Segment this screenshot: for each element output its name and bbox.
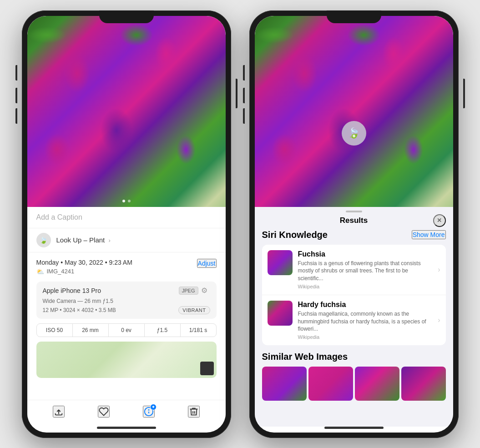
fuchsia-name: Fuchsia — [298, 250, 433, 258]
similar-title: Similar Web Images — [262, 352, 446, 362]
exif-iso: ISO 50 — [37, 324, 73, 337]
right-phone: 🍃 Results ✕ Siri Knowledge Show More — [249, 10, 459, 438]
lens-detail: Wide Camera — 26 mm ƒ1.5 — [43, 298, 210, 304]
hardy-text: Hardy fuchsia Fuchsia magellanica, commo… — [298, 301, 433, 340]
date-text: Monday • May 30, 2022 • 9:23 AM — [36, 259, 132, 266]
right-home-indicator — [324, 427, 384, 429]
results-handle — [255, 207, 453, 214]
fuchsia-source: Wikipedia — [298, 284, 433, 289]
show-more-button[interactable]: Show More — [412, 230, 446, 239]
close-button[interactable]: ✕ — [433, 214, 446, 227]
similar-grid — [262, 367, 446, 401]
map-thumbnail — [200, 362, 214, 375]
resolution-text: 12 MP • 3024 × 4032 • 3.5 MB — [43, 307, 116, 313]
siri-knowledge-header: Siri Knowledge Show More — [262, 230, 446, 240]
caption-placeholder[interactable]: Add a Caption — [36, 213, 82, 221]
exif-shutter: 1/181 s — [181, 324, 216, 337]
exif-focal: 26 mm — [73, 324, 109, 337]
results-content: Siri Knowledge Show More Fuchsia Fuchsia… — [255, 230, 453, 427]
home-indicator — [97, 427, 156, 429]
adjust-button[interactable]: Adjust — [197, 259, 217, 268]
photo-area[interactable] — [27, 16, 226, 207]
camera-name: Apple iPhone 13 Pro — [43, 287, 101, 294]
hardy-chevron: › — [438, 316, 440, 324]
map-area[interactable] — [36, 342, 217, 378]
right-photo-area[interactable]: 🍃 — [255, 16, 453, 207]
heart-button[interactable] — [98, 406, 110, 418]
gear-icon[interactable]: ⚙ — [201, 286, 210, 295]
cloud-icon: ⛅ — [36, 268, 44, 275]
handle-bar — [346, 211, 362, 212]
similar-image-4[interactable] — [401, 367, 446, 401]
visual-lookup-button[interactable]: 🍃 — [342, 121, 366, 146]
caption-area[interactable]: Add a Caption — [27, 207, 226, 228]
right-flower-photo — [255, 16, 453, 207]
info-badge: ✦ — [150, 404, 157, 410]
camera-info: Apple iPhone 13 Pro JPEG ⚙ Wide Camera —… — [36, 282, 217, 319]
right-notch — [327, 10, 381, 23]
results-header: Results ✕ — [255, 214, 453, 230]
resolution-row: 12 MP • 3024 × 4032 • 3.5 MB VIBRANT — [43, 306, 210, 314]
date-info: Monday • May 30, 2022 • 9:23 AM ⛅ IMG_42… — [36, 259, 132, 275]
trash-button[interactable] — [188, 406, 200, 418]
fuchsia-desc: Fuchsia is a genus of flowering plants t… — [298, 260, 433, 282]
format-badge: JPEG — [179, 287, 198, 295]
knowledge-item-hardy[interactable]: Hardy fuchsia Fuchsia magellanica, commo… — [262, 295, 446, 345]
info-btn-wrapper: ✦ — [143, 406, 155, 418]
share-button[interactable] — [53, 406, 65, 418]
fuchsia-thumbnail — [268, 250, 293, 275]
knowledge-card: Fuchsia Fuchsia is a genus of flowering … — [262, 245, 446, 346]
lookup-icon: 🍃 — [36, 233, 51, 247]
lookup-row[interactable]: 🍃 Look Up – Plant › — [27, 228, 226, 252]
photo-dot-indicator — [122, 200, 131, 202]
date-row: Monday • May 30, 2022 • 9:23 AM ⛅ IMG_42… — [27, 252, 226, 277]
camera-badges: JPEG ⚙ — [179, 286, 210, 295]
left-phone: Add a Caption 🍃 Look Up – Plant › Monday… — [22, 10, 231, 438]
similar-section: Similar Web Images — [262, 352, 446, 401]
left-phone-screen: Add a Caption 🍃 Look Up – Plant › Monday… — [27, 16, 226, 433]
bottom-toolbar: ✦ — [27, 400, 226, 427]
fuchsia-chevron: › — [438, 266, 440, 274]
info-section: Add a Caption 🍃 Look Up – Plant › Monday… — [27, 207, 226, 400]
flower-photo — [27, 16, 226, 207]
similar-image-2[interactable] — [308, 367, 353, 401]
vibrant-badge: VIBRANT — [178, 306, 210, 314]
exif-aperture: ƒ1.5 — [145, 324, 181, 337]
similar-image-1[interactable] — [262, 367, 307, 401]
right-phone-screen: 🍃 Results ✕ Siri Knowledge Show More — [255, 16, 453, 433]
hardy-thumbnail — [268, 301, 293, 326]
notch — [99, 10, 154, 23]
similar-image-3[interactable] — [355, 367, 399, 401]
siri-knowledge-title: Siri Knowledge — [262, 230, 328, 240]
results-title: Results — [340, 216, 368, 225]
filename-row: ⛅ IMG_4241 — [36, 268, 132, 275]
phones-container: Add a Caption 🍃 Look Up – Plant › Monday… — [13, 1, 468, 447]
exif-row: ISO 50 26 mm 0 ev ƒ1.5 1/181 s — [36, 323, 217, 337]
results-panel: Results ✕ Siri Knowledge Show More — [255, 207, 453, 427]
hardy-desc: Fuchsia magellanica, commonly known as t… — [298, 310, 433, 333]
visual-lookup-dot — [353, 135, 355, 137]
knowledge-item-fuchsia[interactable]: Fuchsia Fuchsia is a genus of flowering … — [262, 245, 446, 295]
lookup-text: Look Up – Plant › — [56, 236, 111, 244]
filename: IMG_4241 — [47, 268, 75, 275]
hardy-source: Wikipedia — [298, 334, 433, 340]
fuchsia-text: Fuchsia Fuchsia is a genus of flowering … — [298, 250, 433, 289]
camera-name-row: Apple iPhone 13 Pro JPEG ⚙ — [43, 286, 210, 295]
hardy-name: Hardy fuchsia — [298, 301, 433, 309]
exif-ev: 0 ev — [109, 324, 145, 337]
